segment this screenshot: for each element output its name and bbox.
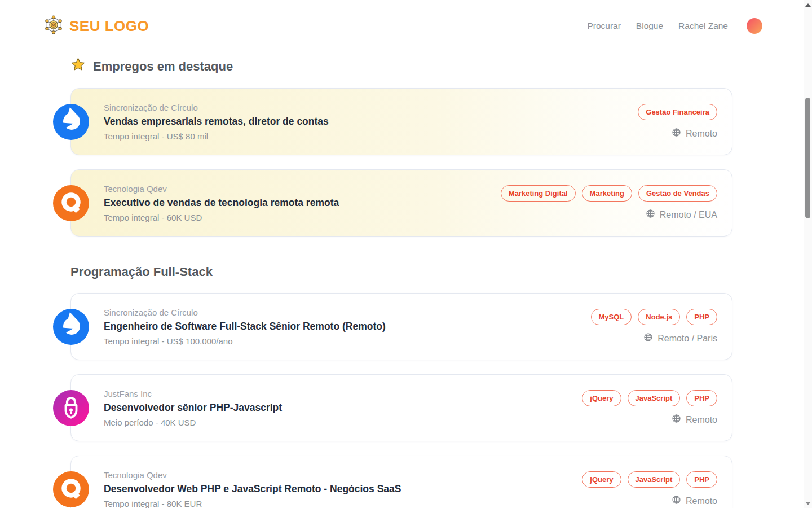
job-title: Engenheiro de Software Full-Stack Sênior… xyxy=(104,321,386,332)
company-name: Sincronização de Círculo xyxy=(104,308,386,317)
job-card[interactable]: Sincronização de Círculo Vendas empresar… xyxy=(70,88,732,155)
globe-icon xyxy=(672,414,681,426)
globe-icon xyxy=(672,128,681,139)
globe-icon xyxy=(643,332,653,344)
job-location: Remoto xyxy=(686,129,717,139)
tag-pill[interactable]: Node.js xyxy=(638,309,680,325)
job-location: Remoto xyxy=(686,415,717,425)
job-title: Executivo de vendas de tecnologia remota… xyxy=(104,197,339,209)
company-name: Tecnologia Qdev xyxy=(104,184,339,194)
header: SEU LOGO Procurar Blogue Rachel Zane xyxy=(0,0,804,52)
section-fullstack: Programação Full-Stack Sincronização de … xyxy=(70,264,732,508)
scroll-up-arrow-icon[interactable] xyxy=(805,3,811,7)
section-title: Empregos em destaque xyxy=(93,59,233,74)
nav-user-link[interactable]: Rachel Zane xyxy=(678,21,728,31)
job-card[interactable]: Sincronização de Círculo Engenheiro de S… xyxy=(70,293,732,360)
nav-search-link[interactable]: Procurar xyxy=(587,21,620,31)
tag-pill[interactable]: PHP xyxy=(686,309,717,325)
job-location-row: Remoto xyxy=(672,128,717,139)
nav-blog-link[interactable]: Blogue xyxy=(636,21,663,31)
logo-text: SEU LOGO xyxy=(69,17,149,35)
job-card[interactable]: Tecnologia Qdev Executivo de vendas de t… xyxy=(70,169,732,237)
section-featured: Empregos em destaque Sincronização de Cí… xyxy=(70,57,732,237)
job-meta: Tempo integral - US$ 80 mil xyxy=(104,132,329,141)
job-card[interactable]: JustFans Inc Desenvolvedor sênior PHP-Ja… xyxy=(70,374,732,441)
job-location-row: Remoto / EUA xyxy=(646,209,717,221)
job-location: Remoto / EUA xyxy=(660,210,717,220)
tag-pill[interactable]: Marketing Digital xyxy=(501,185,576,202)
main-nav: Procurar Blogue Rachel Zane xyxy=(587,18,762,34)
job-location: Remoto xyxy=(686,496,717,506)
tag-pill[interactable]: PHP xyxy=(686,390,717,406)
globe-icon xyxy=(672,495,681,507)
job-title: Desenvolvedor sênior PHP-Javascript xyxy=(104,402,282,414)
tag-pill[interactable]: jQuery xyxy=(582,471,621,488)
section-heading-featured: Empregos em destaque xyxy=(70,57,732,76)
job-list-featured: Sincronização de Círculo Vendas empresar… xyxy=(70,88,732,237)
job-meta: Meio período - 40K USD xyxy=(104,418,282,427)
circle-sync-logo-icon xyxy=(53,104,89,140)
scrollbar-track[interactable] xyxy=(804,0,812,508)
tag-pill[interactable]: jQuery xyxy=(582,390,621,406)
scroll-down-arrow-icon[interactable] xyxy=(805,502,811,505)
job-location-row: Remoto xyxy=(672,414,717,426)
job-location: Remoto / Paris xyxy=(657,334,717,344)
company-name: Sincronização de Círculo xyxy=(104,103,329,112)
page: SEU LOGO Procurar Blogue Rachel Zane Emp… xyxy=(0,0,804,508)
job-location-row: Remoto / Paris xyxy=(643,332,717,344)
job-meta: Tempo integral - 60K USD xyxy=(104,213,339,222)
company-name: JustFans Inc xyxy=(104,389,282,398)
job-list-fullstack: Sincronização de Círculo Engenheiro de S… xyxy=(70,293,732,508)
tag-pill[interactable]: Gestão Financeira xyxy=(638,104,717,120)
section-title: Programação Full-Stack xyxy=(70,265,213,279)
job-title: Vendas empresariais remotas, diretor de … xyxy=(104,116,329,128)
globe-icon xyxy=(646,209,655,221)
tag-list: Gestão Financeira xyxy=(638,104,717,120)
tag-pill[interactable]: JavaScript xyxy=(628,471,681,488)
job-location-row: Remoto xyxy=(672,495,717,507)
star-icon xyxy=(70,57,86,76)
hex-network-logo-icon xyxy=(43,14,64,38)
tag-pill[interactable]: JavaScript xyxy=(628,390,681,406)
job-meta: Tempo integral - 80K EUR xyxy=(104,499,401,508)
tag-pill[interactable]: Marketing xyxy=(582,185,632,202)
section-heading-fullstack: Programação Full-Stack xyxy=(70,264,732,281)
job-card[interactable]: Tecnologia Qdev Desenvolvedor Web PHP e … xyxy=(70,456,732,508)
justfans-logo-icon xyxy=(53,390,89,426)
avatar[interactable] xyxy=(747,18,762,34)
app-logo[interactable]: SEU LOGO xyxy=(43,14,149,38)
job-board: Empregos em destaque Sincronização de Cí… xyxy=(0,52,732,508)
tag-list: MySQLNode.jsPHP xyxy=(591,309,718,325)
qdev-logo-icon xyxy=(53,471,89,507)
circle-sync-logo-icon xyxy=(53,309,89,345)
qdev-logo-icon xyxy=(53,185,89,221)
tag-pill[interactable]: PHP xyxy=(686,471,717,488)
company-name: Tecnologia Qdev xyxy=(104,470,401,480)
tag-pill[interactable]: MySQL xyxy=(591,309,632,325)
tag-list: Marketing DigitalMarketingGestão de Vend… xyxy=(501,185,717,202)
job-title: Desenvolvedor Web PHP e JavaScript Remot… xyxy=(104,483,401,495)
job-meta: Tempo integral - US$ 100.000/ano xyxy=(104,336,386,346)
tag-pill[interactable]: Gestão de Vendas xyxy=(638,185,717,202)
scrollbar-thumb[interactable] xyxy=(805,98,810,218)
tag-list: jQueryJavaScriptPHP xyxy=(582,471,717,488)
tag-list: jQueryJavaScriptPHP xyxy=(582,390,717,406)
